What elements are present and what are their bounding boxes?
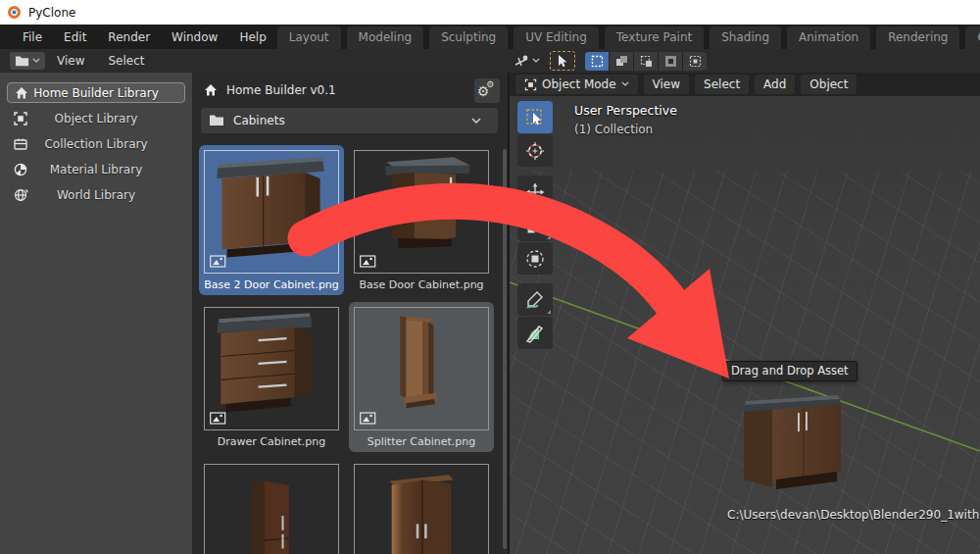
sidebar-item-label: Material Library [7, 163, 185, 176]
folder-icon [209, 114, 224, 127]
object-icon [13, 111, 28, 126]
app-window: PyClone File Edit Render Window Help Lay… [0, 0, 980, 554]
editor-header-row: View Select [0, 49, 980, 73]
active-tool-button[interactable] [550, 51, 575, 71]
cabinet-3d-object[interactable] [743, 392, 843, 496]
window-titlebar: PyClone [0, 0, 980, 25]
menu-render[interactable]: Render [97, 26, 161, 48]
mode-label: Object Mode [542, 77, 616, 91]
tool-transform[interactable] [517, 242, 553, 275]
asset-browser-panel: Home Builder v0.1 ⚙⚙ Cabinets [193, 73, 510, 554]
sidebar-item-label: World Library [7, 188, 185, 202]
asset-grid: Base 2 Door Cabinet.png [199, 145, 494, 554]
tool-annotate[interactable] [517, 283, 553, 316]
select-mode-intersect[interactable] [683, 52, 707, 71]
asset-label: Splitter Cabinet.png [354, 435, 489, 449]
asset-thumbnail-image [354, 307, 489, 430]
tab-shading[interactable]: Shading [710, 26, 781, 49]
chevron-down-icon [32, 58, 40, 64]
library-header: Home Builder v0.1 [203, 82, 336, 98]
asset-browser-scrollbar[interactable] [503, 149, 507, 549]
tool-measure[interactable] [517, 317, 553, 349]
category-dropdown[interactable]: Cabinets [201, 108, 498, 133]
sidebar-item-material-library[interactable]: Material Library [7, 159, 185, 179]
pyclone-app-icon [8, 6, 21, 19]
tab-uv-editing[interactable]: UV Editing [514, 26, 599, 49]
image-file-icon [360, 411, 376, 425]
asset-label: Base 2 Door Cabinet.png [204, 278, 339, 292]
3d-viewport[interactable]: Drag and Drop Asset C:\Users\devan\Deskt… [510, 73, 980, 554]
category-label: Cabinets [233, 114, 285, 127]
tool-settings-dropdown[interactable] [514, 54, 540, 68]
top-menubar: File Edit Render Window Help Layout Mode… [0, 25, 980, 49]
tool-box-select[interactable] [517, 101, 553, 133]
asset-thumbnail-image [354, 150, 489, 274]
tool-settings-icon [514, 54, 530, 68]
image-file-icon [210, 254, 226, 268]
mode-selector-dropdown[interactable]: Object Mode [515, 75, 638, 94]
tab-rendering[interactable]: Rendering [876, 26, 959, 49]
sidebar-item-object-library[interactable]: Object Library [7, 108, 185, 128]
viewport-menu-select[interactable]: Select [695, 75, 749, 94]
editor-type-dropdown[interactable] [10, 52, 45, 70]
library-sidebar: Home Builder Library Object Library Coll… [0, 73, 193, 554]
asset-thumb-partial-2[interactable] [349, 459, 494, 554]
library-settings-button[interactable]: ⚙⚙ [474, 78, 500, 103]
asset-thumb-drawer-cabinet[interactable]: Drawer Cabinet.png [199, 302, 344, 452]
asset-thumbnail-image [204, 307, 339, 430]
tool-move[interactable] [517, 176, 553, 208]
home-icon [14, 85, 29, 101]
asset-label: Base Door Cabinet.png [354, 278, 489, 292]
sidebar-item-label: Object Library [7, 112, 185, 126]
chevron-down-icon [532, 58, 540, 64]
menu-edit[interactable]: Edit [53, 26, 97, 48]
viewport-menu-object[interactable]: Object [801, 75, 857, 94]
tab-layout[interactable]: Layout [277, 26, 341, 49]
viewport-toolbar [517, 101, 553, 350]
folder-icon [15, 55, 29, 67]
viewport-overlay-info: User Perspective (1) Collection [574, 103, 677, 136]
asset-thumb-base-door-cabinet[interactable]: Base Door Cabinet.png [349, 145, 494, 295]
asset-thumb-splitter-cabinet[interactable]: Splitter Cabinet.png [349, 302, 494, 452]
select-mode-subtract[interactable] [634, 52, 658, 71]
browser-menu-view[interactable]: View [45, 51, 96, 71]
image-file-icon [360, 254, 376, 268]
home-icon [203, 82, 219, 98]
sidebar-item-world-library[interactable]: World Library [7, 184, 185, 205]
select-mode-extend[interactable] [610, 52, 633, 71]
world-icon [13, 187, 28, 203]
library-title: Home Builder v0.1 [226, 83, 336, 97]
asset-thumbnail-image [204, 150, 339, 274]
tab-modeling[interactable]: Modeling [347, 26, 424, 49]
tab-animation[interactable]: Animation [787, 26, 870, 49]
workspace-tabs: Layout Modeling Sculpting UV Editing Tex… [277, 25, 980, 49]
tool-3d-cursor[interactable] [517, 134, 553, 167]
tool-settings-header [514, 49, 707, 73]
menu-window[interactable]: Window [161, 26, 228, 48]
asset-thumb-partial-1[interactable] [199, 459, 344, 554]
tab-sculpting[interactable]: Sculpting [429, 26, 508, 49]
tool-scale[interactable] [517, 209, 553, 241]
viewport-menu-add[interactable]: Add [755, 75, 795, 94]
menu-file[interactable]: File [12, 26, 53, 48]
gear-icon: ⚙ [486, 80, 494, 89]
sidebar-item-collection-library[interactable]: Collection Library [7, 133, 185, 154]
select-mode-set[interactable] [585, 52, 609, 71]
sidebar-item-label: Collection Library [7, 137, 185, 151]
menu-help[interactable]: Help [228, 26, 276, 48]
chevron-down-icon [471, 118, 481, 125]
chevron-down-icon [621, 81, 629, 87]
sidebar-item-home-builder-library[interactable]: Home Builder Library [7, 82, 185, 103]
asset-label: Drawer Cabinet.png [204, 435, 339, 449]
status-file-path: C:\Users\devan\Desktop\Blender290_1withP… [727, 508, 980, 522]
view-perspective-label: User Perspective [574, 103, 677, 118]
viewport-header: Object Mode View Select Add Object [510, 73, 980, 96]
collection-label: (1) Collection [574, 123, 677, 136]
viewport-menu-view[interactable]: View [644, 75, 689, 94]
sidebar-item-label: Home Builder Library [8, 86, 184, 100]
asset-thumb-base-2-door-cabinet[interactable]: Base 2 Door Cabinet.png [199, 145, 344, 295]
browser-menu-select[interactable]: Select [96, 51, 156, 71]
tab-texture-paint[interactable]: Texture Paint [605, 26, 704, 49]
select-mode-invert[interactable] [659, 52, 682, 71]
tab-compositing[interactable]: Compositing [965, 26, 980, 49]
